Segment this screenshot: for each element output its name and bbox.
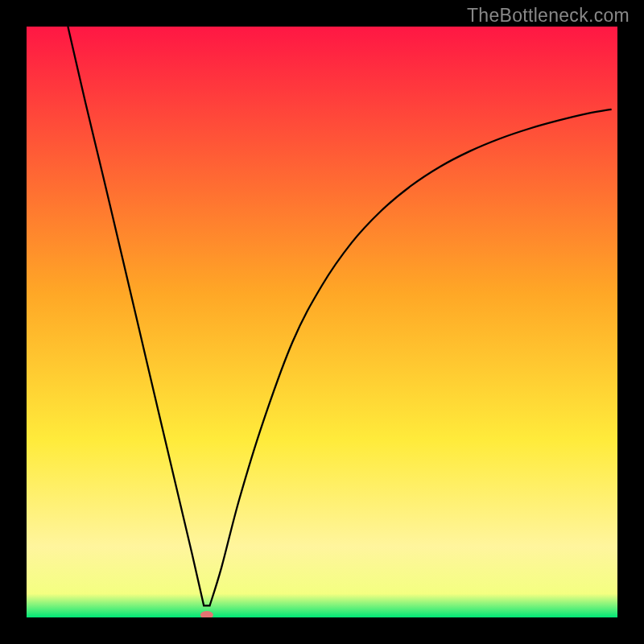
chart-svg [27,27,617,617]
chart-plot-area [27,27,617,617]
chart-background [27,27,617,617]
watermark-text: TheBottleneck.com [467,5,630,27]
